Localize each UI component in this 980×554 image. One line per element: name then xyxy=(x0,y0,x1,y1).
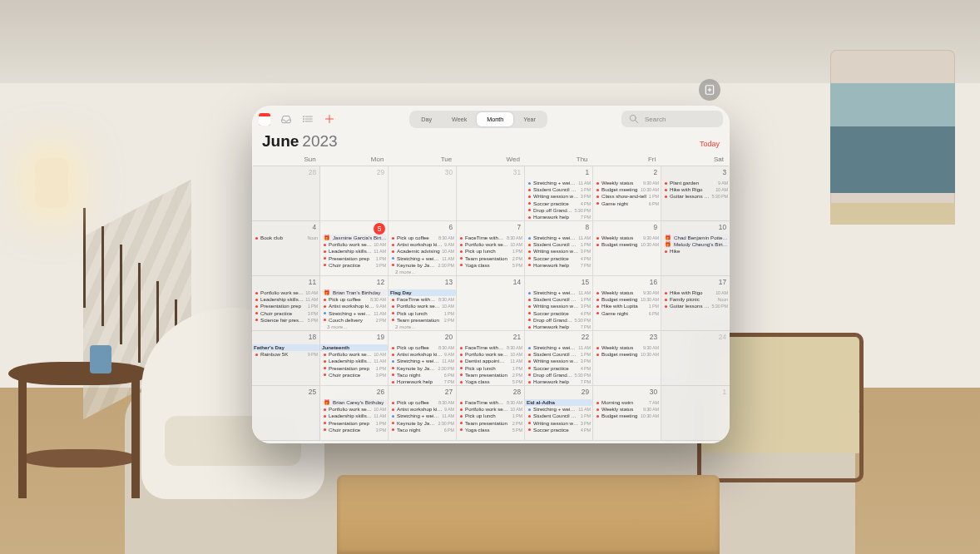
day-cell[interactable]: 15Stretching + weights11 AMStudent Counc… xyxy=(525,276,593,331)
calendar-event[interactable]: Team presentation2 PM xyxy=(458,372,523,378)
calendar-event[interactable]: Homework help7 PM xyxy=(527,214,591,220)
day-cell[interactable]: 1Stretching + weights11 AMStudent Counci… xyxy=(525,166,593,221)
calendar-event[interactable]: Drop off Grandma's...5:30 PM xyxy=(527,207,591,214)
calendar-event[interactable]: Yoga class5 PM xyxy=(458,262,523,269)
birthday-event[interactable]: Melody Cheung's Birthday xyxy=(663,241,729,248)
calendar-event[interactable]: Leadership skills work...11 AM xyxy=(322,358,387,364)
calendar-event[interactable]: Stretching + weights11 AM xyxy=(390,255,455,262)
calendar-event[interactable]: Team presentation2 PM xyxy=(458,255,523,262)
calendar-event[interactable]: Team presentation2 PM xyxy=(390,317,455,324)
day-cell[interactable]: 17Hike with Rigo10 AMFamily picnicNoonGu… xyxy=(661,276,730,331)
view-tab-day[interactable]: Day xyxy=(411,112,442,126)
day-cell[interactable]: 19JuneteenthPortfolio work session10 AML… xyxy=(320,331,389,386)
day-cell[interactable]: 12Brian Tran's BirthdayPick up coffee8:3… xyxy=(320,276,389,331)
day-cell[interactable]: 3Plant garden9 AMHike with Rigo10 AMGuit… xyxy=(661,166,730,221)
calendar-event[interactable]: Portfolio work session10 AM xyxy=(458,241,523,248)
calendar-event[interactable]: Budget meeting10:30 AM xyxy=(595,296,660,303)
calendar-event[interactable]: Presentation prep1 PM xyxy=(322,420,387,427)
calendar-event[interactable]: Weekly status9:30 AM xyxy=(595,406,660,413)
calendar-event[interactable]: Keynote by Jasmine2:30 PM xyxy=(390,365,455,372)
day-cell[interactable]: 24 xyxy=(661,331,730,386)
calendar-event[interactable]: Keynote by Jasmine2:30 PM xyxy=(390,420,455,427)
calendar-event[interactable]: Artist workshop kickoff9 AM xyxy=(322,303,387,309)
day-cell[interactable]: 21FaceTime with Gran...8:30 AMPortfolio … xyxy=(457,331,525,386)
calendar-event[interactable]: Writing session with A...3 PM xyxy=(527,420,591,427)
calendar-event[interactable]: Drop off Grandma's...5:30 PM xyxy=(527,317,591,324)
calendar-event[interactable]: Writing session with A...3 PM xyxy=(527,248,591,255)
list-icon[interactable] xyxy=(302,113,314,125)
calendar-event[interactable]: Soccer practice4 PM xyxy=(527,310,591,317)
calendar-event[interactable]: Soccer practice4 PM xyxy=(527,365,591,372)
calendar-event[interactable]: Class show-and-tell1 PM xyxy=(595,193,660,200)
calendar-event[interactable]: Artist workshop kickoff9 AM xyxy=(390,351,455,358)
calendar-event[interactable]: Leadership skills work...11 AM xyxy=(322,248,387,255)
calendar-event[interactable]: Taco night6 PM xyxy=(390,427,455,433)
calendar-event[interactable]: Pick up lunch1 PM xyxy=(458,248,523,255)
calendar-event[interactable]: Soccer practice4 PM xyxy=(527,255,591,262)
day-cell[interactable]: 1 xyxy=(661,386,730,441)
day-cell[interactable]: 7FaceTime with Gran...8:30 AMPortfolio w… xyxy=(457,221,525,276)
calendar-event[interactable]: Taco night6 PM xyxy=(390,372,455,378)
calendar-event[interactable]: Choir practice3 PM xyxy=(322,427,387,433)
calendar-event[interactable]: Drop off Grandma's...5:30 PM xyxy=(527,372,591,378)
birthday-event[interactable]: Brian Carey's Birthday xyxy=(322,399,387,406)
calendar-event[interactable]: Student Council meeting1 PM xyxy=(527,296,591,303)
day-cell[interactable]: 25 xyxy=(252,386,320,441)
calendar-event[interactable]: Pick up lunch1 PM xyxy=(458,365,523,372)
day-cell[interactable]: 30 xyxy=(389,166,457,221)
calendar-event[interactable]: Choir practice3 PM xyxy=(254,310,319,317)
calendar-event[interactable]: Plant garden9 AM xyxy=(663,180,729,186)
day-cell[interactable]: 6Pick up coffee8:30 AMArtist workshop ki… xyxy=(389,221,457,276)
calendar-event[interactable]: FaceTime with Gran...8:30 AM xyxy=(458,344,523,351)
calendar-event[interactable]: Pick up lunch1 PM xyxy=(390,310,455,317)
calendar-event[interactable]: Book clubNoon xyxy=(254,235,319,241)
day-cell[interactable]: 27Pick up coffee8:30 AMArtist workshop k… xyxy=(389,386,457,441)
day-cell[interactable]: 26Brian Carey's BirthdayPortfolio work s… xyxy=(320,386,389,441)
calendar-event[interactable]: Stretching + weights11 AM xyxy=(527,235,591,241)
calendar-event[interactable]: Student Council meeting1 PM xyxy=(527,241,591,248)
calendar-event[interactable]: Team presentation2 PM xyxy=(458,420,523,427)
calendar-event[interactable]: Weekly status9:30 AM xyxy=(595,180,660,186)
day-cell[interactable]: 29Eid al-AdhaStretching + weights11 AMSt… xyxy=(525,386,593,441)
day-cell[interactable]: 13Flag DayFaceTime with Gran...8:30 AMPo… xyxy=(389,276,457,331)
calendar-event[interactable]: Academic advising10 AM xyxy=(390,248,455,255)
day-cell[interactable]: 23Weekly status9:30 AMBudget meeting10:3… xyxy=(593,331,661,386)
calendar-event[interactable]: Yoga class5 PM xyxy=(458,427,523,433)
calendar-event[interactable]: FaceTime with Gran...8:30 AM xyxy=(458,235,523,241)
day-cell[interactable]: 29 xyxy=(320,166,389,221)
calendar-event[interactable]: Presentation prep1 PM xyxy=(254,303,319,309)
day-cell[interactable]: 11Portfolio work session10 AMLeadership … xyxy=(252,276,320,331)
calendar-event[interactable]: Choir practice3 PM xyxy=(322,262,387,269)
day-cell[interactable]: 20Pick up coffee8:30 AMArtist workshop k… xyxy=(389,331,457,386)
calendar-event[interactable]: Rainbow 5K9 PM xyxy=(254,351,319,358)
view-tab-month[interactable]: Month xyxy=(477,112,513,126)
calendar-event[interactable]: Budget meeting10:30 AM xyxy=(595,186,660,193)
calendar-event[interactable]: Presentation prep1 PM xyxy=(322,365,387,372)
calendar-event[interactable]: Soccer practice4 PM xyxy=(527,427,591,433)
calendar-event[interactable]: Portfolio work session10 AM xyxy=(458,406,523,413)
calendar-event[interactable]: Dentist appointment11 AM xyxy=(458,358,523,364)
calendar-event[interactable]: Hike xyxy=(663,248,729,255)
calendar-event[interactable]: Homework help7 PM xyxy=(527,262,591,269)
day-cell[interactable]: 9Weekly status9:30 AMBudget meeting10:30… xyxy=(593,221,661,276)
today-button[interactable]: Today xyxy=(700,140,720,148)
calendar-event[interactable]: Portfolio work session10 AM xyxy=(322,351,387,358)
calendar-event[interactable]: Choir practice3 PM xyxy=(322,372,387,378)
calendar-event[interactable]: Pick up lunch1 PM xyxy=(458,413,523,419)
calendar-event[interactable]: Guitar lessons with...5:30 PM xyxy=(663,303,729,309)
calendar-event[interactable]: Couch delivery2 PM xyxy=(322,317,387,324)
calendar-event[interactable]: Budget meeting10:30 AM xyxy=(595,241,660,248)
calendar-event[interactable]: Artist workshop kickoff9 AM xyxy=(390,406,455,413)
calendar-event[interactable]: Student Council meeting1 PM xyxy=(527,413,591,419)
calendar-event[interactable]: Artist workshop kickoff9 AM xyxy=(390,241,455,248)
calendar-event[interactable]: Portfolio work session10 AM xyxy=(322,406,387,413)
month-grid[interactable]: 282930311Stretching + weights11 AMStuden… xyxy=(252,166,730,441)
calendar-app-icon[interactable] xyxy=(259,113,270,125)
calendar-event[interactable]: FaceTime with Gran...8:30 AM xyxy=(390,296,455,303)
calendar-event[interactable]: Budget meeting10:30 AM xyxy=(595,413,660,419)
calendar-event[interactable]: Pick up coffee8:30 AM xyxy=(390,235,455,241)
calendar-event[interactable]: Morning swim7 AM xyxy=(595,399,660,406)
day-cell[interactable]: 28FaceTime with Gran...8:30 AMPortfolio … xyxy=(457,386,525,441)
calendar-event[interactable]: Stretching + weights11 AM xyxy=(527,344,591,351)
day-cell[interactable]: 4Book clubNoon xyxy=(252,221,320,276)
